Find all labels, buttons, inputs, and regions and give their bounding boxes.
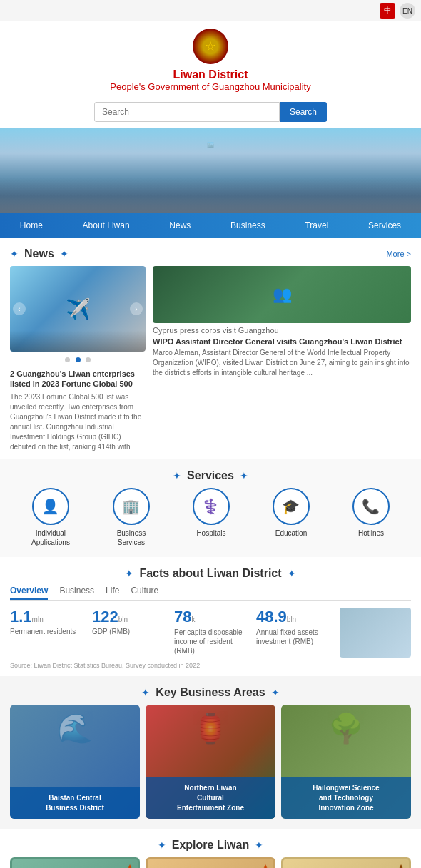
lang-cn-button[interactable]: 中 xyxy=(380,3,395,19)
news-title: News xyxy=(24,247,54,260)
individual-icon: 👤 xyxy=(32,488,69,525)
explore-section: ✦ Explore Liwan ✦ ✦ 🗺️ Travel Map ✦ 🗺️ C… xyxy=(0,829,421,868)
explore-cultural[interactable]: ✦ 🗺️ CulturalFacilities xyxy=(146,857,275,868)
business-svc-icon: 🏢 xyxy=(113,488,150,525)
stat-gdp-label: GDP (RMB) xyxy=(92,628,168,635)
tab-business[interactable]: Business xyxy=(59,586,94,600)
hotlines-icon: 📞 xyxy=(352,488,390,525)
biz-baistan[interactable]: 🌊 Baistan CentralBusiness District xyxy=(10,705,140,819)
facts-title: Facts about Liwan District xyxy=(139,567,281,580)
news-deco-right: ✦ xyxy=(60,248,69,260)
facts-stats: 1.1mln Permanent residents 122bln GDP (R… xyxy=(10,608,333,655)
explore-grid: ✦ 🗺️ Travel Map ✦ 🗺️ CulturalFacilities … xyxy=(10,857,411,868)
explore-travel-map[interactable]: ✦ 🗺️ Travel Map xyxy=(10,857,140,868)
news-grid: ✈️ ‹ › 2 Guangzhou's Liwan enterprises l… xyxy=(10,266,411,452)
travel-map-img: 🗺️ xyxy=(12,859,138,868)
biz-deco-right: ✦ xyxy=(271,687,280,698)
services-deco-left: ✦ xyxy=(173,470,181,481)
cultural-img: 🗺️ xyxy=(148,859,273,868)
explore-deco-left: ✦ xyxy=(158,839,166,851)
emblem: ☆ xyxy=(193,29,228,64)
news-next-button[interactable]: › xyxy=(130,302,143,315)
facts-deco-left: ✦ xyxy=(125,568,133,579)
explore-food[interactable]: ✦ 🗺️ Food xyxy=(281,857,411,868)
service-education-label: Education xyxy=(273,529,310,538)
biz-hailongwei-label: Hailongwei Scienceand TechnologyInnovati… xyxy=(281,777,411,819)
service-individual-label: IndividualApplications xyxy=(31,529,70,547)
nav-home[interactable]: Home xyxy=(14,219,49,232)
service-hospitals[interactable]: ⚕️ Hospitals xyxy=(193,488,230,547)
tab-overview[interactable]: Overview xyxy=(10,586,48,600)
stat-gdp-unit: bln xyxy=(118,616,128,623)
biz-title: Key Business Areas xyxy=(156,686,265,699)
stat-invest-label: Annual fixed assets investment (RMB) xyxy=(256,628,333,646)
business-section: ✦ Key Business Areas ✦ 🌊 Baistan Central… xyxy=(0,676,421,829)
fact-gdp: 122bln GDP (RMB) xyxy=(92,608,168,655)
hero-image: 🏙️ xyxy=(0,128,421,213)
fact-income: 78k Per capita disposable income of resi… xyxy=(174,608,250,655)
news-main-article: ✈️ ‹ › 2 Guangzhou's Liwan enterprises l… xyxy=(10,266,146,452)
stat-residents-label: Permanent residents xyxy=(10,628,86,635)
news-side-image: 👥 xyxy=(153,266,411,323)
fact-investment: 48.9bln Annual fixed assets investment (… xyxy=(256,608,333,655)
service-education[interactable]: 🎓 Education xyxy=(273,488,310,547)
news-deco-left: ✦ xyxy=(10,248,19,260)
tab-life[interactable]: Life xyxy=(106,586,119,600)
service-individual[interactable]: 👤 IndividualApplications xyxy=(31,488,70,547)
explore-deco-right: ✦ xyxy=(255,839,263,851)
nav-about[interactable]: About Liwan xyxy=(77,219,136,232)
nav-travel[interactable]: Travel xyxy=(299,219,334,232)
news-main-image: ✈️ ‹ › xyxy=(10,266,146,352)
news-more-link[interactable]: More > xyxy=(386,250,411,258)
header: ☆ Liwan District People's Government of … xyxy=(0,21,421,96)
news-side-headline: WIPO Assistant Director General visits G… xyxy=(153,337,411,346)
biz-baistan-label: Baistan CentralBusiness District xyxy=(10,787,140,819)
tab-culture[interactable]: Culture xyxy=(131,586,158,600)
facts-deco-right: ✦ xyxy=(288,568,296,579)
service-hotlines[interactable]: 📞 Hotlines xyxy=(352,488,390,547)
fact-residents: 1.1mln Permanent residents xyxy=(10,608,86,655)
facts-section: ✦ Facts about Liwan District ✦ Overview … xyxy=(0,557,421,676)
nav-news[interactable]: News xyxy=(163,219,196,232)
services-grid: 👤 IndividualApplications 🏢 BusinessServi… xyxy=(10,488,411,547)
news-dot-2[interactable] xyxy=(76,357,81,362)
facts-stats-container: 1.1mln Permanent residents 122bln GDP (R… xyxy=(10,608,411,658)
stat-gdp-number: 122 xyxy=(92,608,118,626)
lang-en-button[interactable]: EN xyxy=(400,3,415,19)
news-section: ✦ News ✦ More > ✈️ ‹ › 2 Guangzhou's Liw… xyxy=(0,238,421,459)
biz-hailongwei[interactable]: 🌳 Hailongwei Scienceand TechnologyInnova… xyxy=(281,705,411,819)
search-button[interactable]: Search xyxy=(280,102,327,122)
service-business[interactable]: 🏢 BusinessServices xyxy=(113,488,150,547)
service-hospitals-label: Hospitals xyxy=(193,529,230,538)
search-bar: Search xyxy=(0,96,421,128)
stat-income-label: Per capita disposable income of resident… xyxy=(174,628,250,655)
news-dot-1[interactable] xyxy=(65,357,70,362)
stat-invest-unit: bln xyxy=(287,616,296,623)
biz-northern[interactable]: 🏮 Northern LiwanCulturalEntertainment Zo… xyxy=(146,705,275,819)
facts-image xyxy=(340,608,411,658)
food-img: 🗺️ xyxy=(283,859,409,868)
news-prev-button[interactable]: ‹ xyxy=(13,302,26,315)
stat-residents-number: 1.1 xyxy=(10,608,32,626)
news-dot-3[interactable] xyxy=(86,357,91,362)
stat-residents-unit: mln xyxy=(32,616,44,623)
news-side-img-caption: Cyprus press corps visit Guangzhou xyxy=(153,326,411,335)
news-side-text: Marco Aleman, Assistant Director General… xyxy=(153,348,411,378)
news-dots xyxy=(10,354,146,364)
business-grid: 🌊 Baistan CentralBusiness District 🏮 Nor… xyxy=(10,705,411,819)
biz-northern-label: Northern LiwanCulturalEntertainment Zone xyxy=(146,777,275,819)
hospitals-icon: ⚕️ xyxy=(193,488,230,525)
top-bar: 中 EN xyxy=(0,0,421,21)
search-input[interactable] xyxy=(94,102,280,122)
district-title: Liwan District xyxy=(0,68,421,81)
biz-deco-left: ✦ xyxy=(141,687,150,698)
government-subtitle: People's Government of Guangzhou Municip… xyxy=(0,81,421,92)
stat-invest-number: 48.9 xyxy=(256,608,287,626)
facts-source: Source: Liwan District Statistics Bureau… xyxy=(10,662,411,669)
nav-services[interactable]: Services xyxy=(362,219,407,232)
news-main-text: The 2023 Fortune Global 500 list was unv… xyxy=(10,392,146,452)
facts-tabs: Overview Business Life Culture xyxy=(10,586,411,601)
news-side-article: 👥 Cyprus press corps visit Guangzhou WIP… xyxy=(153,266,411,452)
stat-income-number: 78 xyxy=(174,608,191,626)
nav-business[interactable]: Business xyxy=(225,219,271,232)
